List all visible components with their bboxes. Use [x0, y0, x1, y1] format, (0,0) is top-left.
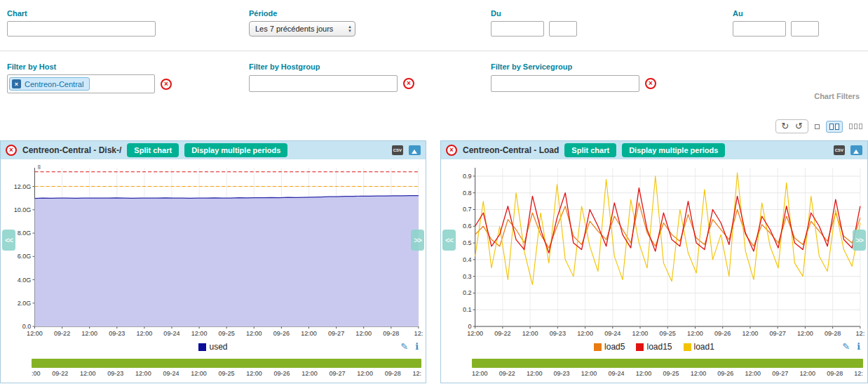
svg-text:0.5: 0.5 [463, 239, 472, 246]
svg-text:2.0G: 2.0G [18, 300, 32, 307]
auto-refresh-icon[interactable]: ↺ [795, 121, 803, 131]
timeline-tick-label: 12:00 [799, 370, 815, 377]
timeline-tick-label: 12:00 [301, 370, 318, 377]
timeline-tick-label: 12: [854, 370, 863, 377]
chart-title: Centreon-Central - Load [463, 145, 559, 155]
svg-text:12:00: 12:00 [687, 330, 703, 337]
du-label: Du [491, 9, 501, 18]
info-icon[interactable]: ℹ [415, 341, 419, 352]
servicegroup-filter-input[interactable] [491, 75, 639, 92]
svg-text:12:00: 12:00 [797, 330, 813, 337]
scroll-right-button[interactable]: >> [411, 230, 424, 251]
split-chart-button[interactable]: Split chart [564, 143, 616, 157]
edit-icon[interactable]: ✎ [842, 341, 850, 352]
scroll-right-button[interactable]: >> [853, 230, 866, 251]
du-time-input[interactable] [549, 21, 577, 37]
svg-text:12:00: 12:00 [632, 330, 649, 337]
svg-text:10.0G: 10.0G [14, 206, 32, 213]
svg-text:12:00: 12:00 [467, 330, 483, 337]
legend-swatch [198, 343, 206, 351]
timeline: 12:0009-2212:0009-2312:0009-2412:0009-25… [472, 359, 863, 377]
timeline-tick-label: 12:00 [80, 370, 96, 377]
svg-text:0.8: 0.8 [463, 190, 472, 197]
display-periods-button[interactable]: Display multiple periods [184, 143, 287, 157]
svg-text:12:: 12: [856, 330, 865, 337]
legend-icons: ✎ ℹ [400, 341, 419, 352]
svg-text:12:: 12: [414, 330, 423, 337]
timeline-tick-label: 09-22 [52, 370, 68, 377]
filter-servicegroup-label: Filter by Servicegroup [491, 62, 572, 71]
legend-item: used [198, 342, 227, 352]
clear-hostgroup-filter-icon[interactable]: × [403, 78, 414, 89]
chart-title: Centreon-Central - Disk-/ [22, 145, 121, 155]
timeline-bar[interactable] [32, 359, 421, 368]
disk-usage-chart[interactable]: 12:0009-2212:0009-2312:0009-2412:0009-25… [1, 162, 426, 339]
timeline-labels: :0009-2212:0009-2312:0009-2412:0009-2512… [32, 370, 421, 377]
legend-item: load5 [594, 342, 625, 352]
infinity-marker: ∞ [36, 165, 43, 169]
export-csv-icon[interactable]: CSV [392, 145, 403, 155]
display-periods-button[interactable]: Display multiple periods [622, 143, 725, 157]
legend-label: load5 [604, 342, 625, 352]
svg-text:09-26: 09-26 [273, 330, 290, 337]
timeline-tick-label: 09-24 [163, 370, 179, 377]
au-date-input[interactable] [733, 21, 786, 37]
timeline: :0009-2212:0009-2312:0009-2412:0009-2512… [32, 359, 421, 377]
svg-text:0.7: 0.7 [463, 206, 472, 213]
svg-text:09-24: 09-24 [604, 330, 621, 337]
view-single-column-icon[interactable] [815, 124, 820, 129]
chart-filter-input[interactable] [7, 21, 156, 37]
timeline-tick-label: 09-23 [107, 370, 123, 377]
charts-page: Chart Période Les 7 précédents jours ▲▼ … [0, 0, 868, 384]
svg-text:09-22: 09-22 [494, 330, 510, 337]
host-chip[interactable]: × Centreon-Central [9, 77, 90, 91]
refresh-icon[interactable]: ↻ [781, 121, 789, 131]
timeline-tick-label: 12:00 [472, 370, 488, 377]
scroll-left-button[interactable]: << [442, 230, 456, 251]
timeline-bar[interactable] [472, 359, 863, 368]
svg-text:12:00: 12:00 [246, 330, 262, 337]
svg-text:12:00: 12:00 [577, 330, 593, 337]
remove-chart-icon[interactable]: × [446, 145, 457, 156]
chart-panel-disk: × Centreon-Central - Disk-/ Split chart … [0, 140, 426, 383]
view-three-columns-icon[interactable] [849, 124, 862, 129]
periode-select[interactable]: Les 7 précédents jours ▲▼ [249, 21, 355, 37]
chart-legend: load5load15load1 [441, 342, 867, 352]
svg-text:12:00: 12:00 [27, 330, 43, 337]
view-two-columns-icon[interactable] [826, 121, 843, 133]
legend-swatch [684, 343, 691, 351]
du-date-input[interactable] [491, 21, 544, 37]
svg-text:09-27: 09-27 [328, 330, 344, 337]
timeline-tick-label: 12:00 [135, 370, 151, 377]
export-csv-icon[interactable]: CSV [834, 145, 845, 155]
scroll-left-button[interactable]: << [2, 230, 15, 251]
image-glyph [412, 150, 417, 154]
edit-icon[interactable]: ✎ [400, 341, 408, 352]
split-chart-button[interactable]: Split chart [127, 143, 179, 157]
chip-remove-icon[interactable]: × [12, 79, 21, 88]
clear-host-filter-icon[interactable]: × [161, 79, 172, 90]
panel-header: × Centreon-Central - Load Split chart Di… [441, 141, 867, 159]
host-filter-input[interactable]: × Centreon-Central [7, 74, 155, 93]
svg-text:09-24: 09-24 [163, 330, 179, 337]
svg-text:09-26: 09-26 [714, 330, 731, 337]
timeline-tick-label: 12:00 [246, 370, 262, 377]
svg-text:12:00: 12:00 [355, 330, 372, 337]
clear-servicegroup-filter-icon[interactable]: × [645, 78, 656, 89]
svg-text:0.3: 0.3 [463, 273, 472, 280]
svg-text:0.2: 0.2 [463, 289, 472, 296]
timeline-tick-label: 12:00 [636, 370, 652, 377]
hostgroup-filter-input[interactable] [249, 75, 398, 92]
svg-text:12:00: 12:00 [742, 330, 759, 337]
au-time-input[interactable] [791, 21, 819, 37]
legend-label: used [209, 342, 227, 352]
load-chart[interactable]: 12:0009-2212:0009-2312:0009-2412:0009-25… [441, 162, 867, 339]
svg-text:0.1: 0.1 [463, 306, 472, 313]
export-image-icon[interactable] [409, 145, 421, 155]
remove-chart-icon[interactable]: × [6, 145, 17, 156]
svg-text:09-28: 09-28 [383, 330, 399, 337]
export-image-icon[interactable] [850, 145, 862, 155]
svg-text:12:00: 12:00 [81, 330, 97, 337]
info-icon[interactable]: ℹ [857, 341, 860, 352]
timeline-tick-label: :00 [32, 370, 41, 377]
